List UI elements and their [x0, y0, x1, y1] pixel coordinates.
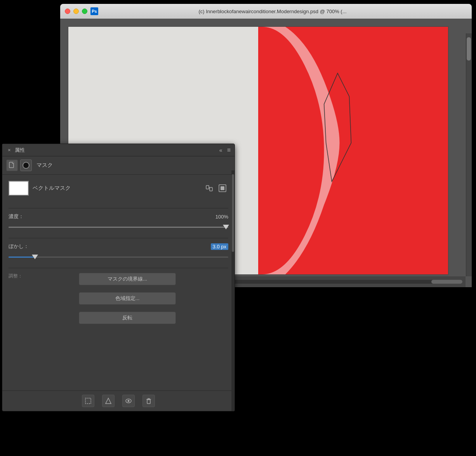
density-slider-container[interactable]: [9, 223, 228, 231]
density-slider-thumb[interactable]: [223, 225, 229, 229]
link-mask-icon: [205, 184, 214, 192]
invert-button[interactable]: 反転: [79, 312, 176, 324]
panel-menu-button[interactable]: ≡: [227, 147, 231, 154]
svg-point-9: [128, 400, 130, 402]
svg-rect-6: [85, 398, 91, 404]
window-title: (c) Innerblockofanewairconditioner.Moder…: [78, 9, 467, 14]
vector-mask-label: ベクトルマスク: [33, 185, 200, 192]
panel-header-left: × 属性: [6, 146, 25, 154]
link-mask-button[interactable]: [203, 182, 215, 194]
selection-icon-button[interactable]: [82, 395, 94, 407]
eye-icon: [125, 397, 132, 404]
mask-circle-button[interactable]: [20, 160, 32, 171]
mask-label: マスク: [36, 162, 53, 169]
blur-slider-container[interactable]: [9, 253, 228, 261]
blur-label-row: ぼかし： 3.0 px: [9, 243, 228, 250]
panel-toolbar: マスク: [2, 156, 235, 175]
adjustment-label: 調整：: [9, 273, 23, 279]
blur-slider-thumb[interactable]: [32, 255, 38, 259]
titlebar: Ps (c) Innerblockofanewairconditioner.Mo…: [60, 4, 472, 19]
color-range-button[interactable]: 色域指定...: [79, 292, 176, 305]
svg-rect-10: [147, 400, 150, 404]
panel-header: × 属性 « ≡: [2, 144, 235, 156]
svg-rect-3: [210, 187, 212, 191]
visibility-icon-button[interactable]: [122, 395, 135, 407]
panel-close-button[interactable]: ×: [6, 146, 12, 154]
svg-marker-7: [106, 398, 111, 404]
apply-mask-icon: [218, 184, 227, 192]
separator-1: [9, 208, 228, 208]
svg-rect-5: [221, 186, 224, 190]
scrollbar-right[interactable]: [466, 33, 472, 276]
panel-double-arrow[interactable]: «: [219, 147, 222, 153]
blur-slider-fill: [9, 257, 35, 258]
mask-circle-icon: [23, 162, 30, 169]
fill-icon-button[interactable]: [102, 395, 115, 407]
panel-body: ベクトルマスク: [2, 175, 235, 387]
properties-panel: × 属性 « ≡ マスク ベクトルマスク: [2, 144, 235, 411]
document-icon: [9, 162, 16, 169]
delete-icon-button[interactable]: [142, 395, 155, 407]
document-icon-button[interactable]: [6, 160, 18, 171]
svg-rect-2: [206, 186, 209, 189]
density-row: 濃度： 100%: [9, 213, 228, 231]
trash-icon: [145, 397, 152, 404]
mask-thumbnail: [9, 181, 29, 196]
density-label: 濃度：: [9, 213, 24, 220]
panel-scroll-thumb[interactable]: [232, 174, 234, 252]
panel-title: 属性: [15, 147, 25, 154]
density-label-row: 濃度： 100%: [9, 213, 228, 220]
density-slider-track: [9, 227, 228, 228]
separator-3: [9, 268, 228, 268]
close-button[interactable]: [65, 9, 70, 14]
blur-value[interactable]: 3.0 px: [211, 243, 228, 250]
density-value: 100%: [215, 214, 228, 220]
panel-footer: [2, 390, 235, 411]
fill-icon: [105, 397, 112, 404]
panel-right-scrollbar[interactable]: [231, 170, 235, 411]
blur-slider-track: [9, 257, 228, 258]
scroll-thumb-right[interactable]: [467, 37, 471, 61]
selection-icon: [85, 397, 92, 404]
apply-mask-button[interactable]: [217, 182, 228, 194]
blur-label: ぼかし：: [9, 243, 29, 250]
adjustment-section: 調整： マスクの境界線... 色域指定... 反転: [9, 273, 228, 328]
density-slider-fill: [9, 227, 228, 228]
scrollbar-h-thumb[interactable]: [431, 280, 462, 284]
mask-edge-button[interactable]: マスクの境界線...: [79, 273, 176, 285]
blur-row: ぼかし： 3.0 px: [9, 243, 228, 261]
vector-mask-row: ベクトルマスク: [9, 181, 228, 200]
separator-2: [9, 238, 228, 238]
